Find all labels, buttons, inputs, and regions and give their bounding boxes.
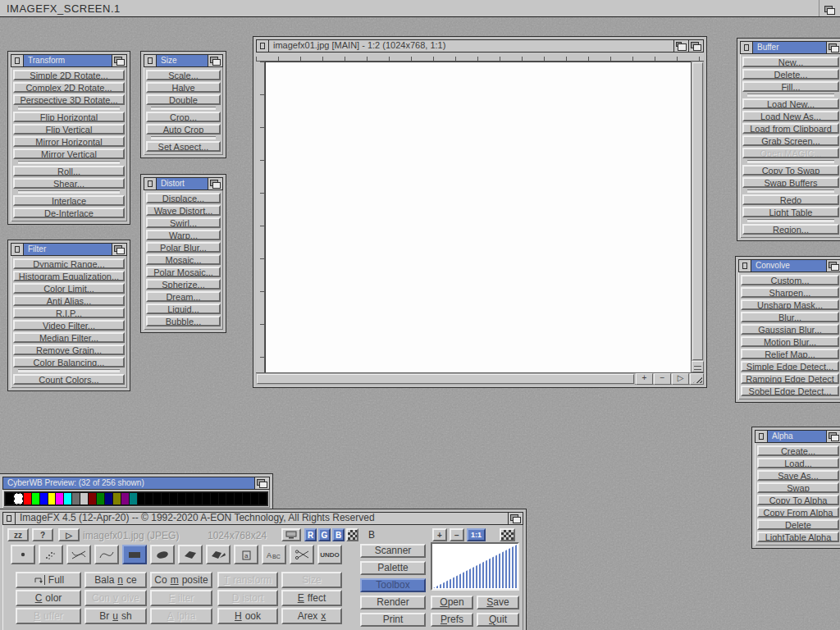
vertical-scroll-thumb[interactable] <box>692 62 703 360</box>
zoom-out-button[interactable]: − <box>450 528 464 541</box>
effect-button[interactable]: Effect <box>281 590 342 606</box>
screen-mode-button[interactable] <box>281 528 301 541</box>
panel-button[interactable]: Load New As... <box>742 111 839 121</box>
panel-button[interactable]: Polar Mosaic... <box>146 267 221 277</box>
zoom-in-button[interactable]: + <box>636 373 653 385</box>
zoom-one-to-one-button[interactable]: 1:1 <box>467 528 486 541</box>
panel-button[interactable]: Motion Blur... <box>741 336 839 347</box>
airbrush-tool[interactable] <box>39 545 63 564</box>
panel-button[interactable]: Swap <box>757 482 839 493</box>
palette-swatch[interactable] <box>56 493 63 504</box>
horizontal-scroll-thumb[interactable] <box>257 374 634 384</box>
panel-button[interactable]: Color Limit... <box>13 283 125 294</box>
zoom-gadget-icon[interactable] <box>673 40 688 52</box>
palette-swatch[interactable] <box>243 493 250 504</box>
panel-button[interactable]: Sobel Edge Detect... <box>741 386 839 396</box>
panel-button[interactable]: Halve <box>146 82 221 93</box>
palette-swatch[interactable] <box>130 493 137 504</box>
depth-icon[interactable] <box>112 55 126 66</box>
palette-swatch[interactable] <box>219 493 226 504</box>
panel-button[interactable]: Median Filter... <box>13 332 125 343</box>
panel-button[interactable]: Copy From Alpha <box>757 507 839 518</box>
depth-icon[interactable] <box>826 42 840 53</box>
panel-button[interactable]: Redo <box>742 194 839 205</box>
curve-tool[interactable] <box>94 545 119 564</box>
panel-button[interactable]: Grab Screen... <box>742 135 839 146</box>
palette-swatch[interactable] <box>40 493 48 504</box>
alpha-dither-toggle[interactable] <box>346 528 358 541</box>
panel-button[interactable]: Custom... <box>741 275 839 285</box>
pan-button[interactable]: ▷ <box>672 373 689 385</box>
depth-icon[interactable] <box>826 431 840 442</box>
depth-icon[interactable] <box>826 260 840 272</box>
palette-swatch[interactable] <box>235 493 242 504</box>
panel-button[interactable]: Liquid... <box>146 304 221 314</box>
palette-swatch[interactable] <box>226 493 234 504</box>
panel-button[interactable]: Unsharp Mask... <box>741 299 839 310</box>
panel-button[interactable]: Polar Blur... <box>146 242 221 253</box>
help-button[interactable]: ? <box>32 528 53 541</box>
panel-button[interactable]: Gaussian Blur... <box>741 324 839 335</box>
panel-button[interactable]: Dream... <box>146 291 221 302</box>
panel-button[interactable]: Flip Vertical <box>13 124 125 135</box>
palette-swatch[interactable] <box>251 493 258 504</box>
panel-button[interactable]: Create... <box>757 445 839 456</box>
panel-button[interactable]: Mosaic... <box>146 254 221 265</box>
dither-preview-button[interactable] <box>500 528 515 541</box>
close-icon[interactable] <box>11 55 24 66</box>
panel-button[interactable]: Perspective 3D Rotate... <box>13 94 125 105</box>
close-icon[interactable] <box>11 244 24 255</box>
panel-button[interactable]: Simple Edge Detect... <box>741 361 839 372</box>
sleep-button[interactable]: zz <box>7 528 29 541</box>
panel-button[interactable]: Spherize... <box>146 279 221 290</box>
panel-button[interactable]: Warp... <box>146 230 221 240</box>
palette-swatch[interactable] <box>6 493 13 504</box>
palette-swatch[interactable] <box>203 493 210 504</box>
red-channel-toggle[interactable]: R <box>304 528 317 541</box>
arexx-button[interactable]: Arexx <box>281 608 342 624</box>
panel-button[interactable]: Delete... <box>742 69 839 80</box>
point-tool[interactable] <box>11 545 35 564</box>
panel-button[interactable]: R.I.P... <box>13 308 125 318</box>
fill-tool[interactable]: a <box>234 545 258 564</box>
box-tool[interactable] <box>122 545 147 564</box>
panel-button[interactable]: Dynamic Range... <box>13 258 125 269</box>
panel-button[interactable]: Scale... <box>146 70 221 80</box>
hook-button[interactable]: Hook <box>217 608 278 624</box>
brush-button[interactable]: Brush <box>84 608 147 624</box>
palette-swatch[interactable] <box>121 493 129 504</box>
depth-icon[interactable] <box>208 55 222 66</box>
panel-button[interactable]: New... <box>742 57 839 67</box>
panel-button[interactable]: Swirl... <box>146 217 221 228</box>
panel-button[interactable]: Displace... <box>146 193 221 203</box>
panel-button[interactable]: Roll... <box>13 166 125 176</box>
panel-button[interactable]: Mirror Vertical <box>13 148 125 159</box>
panel-button[interactable]: Histogram Equalization... <box>13 271 125 281</box>
palette-swatch[interactable] <box>259 493 267 504</box>
close-icon[interactable] <box>257 40 269 52</box>
close-icon[interactable] <box>3 513 16 524</box>
prefs-button[interactable]: Prefs <box>431 613 473 627</box>
panel-button[interactable]: Relief Map... <box>741 349 839 359</box>
panel-button[interactable]: Light Table <box>742 207 839 217</box>
palette-swatch[interactable] <box>113 493 121 504</box>
quit-button[interactable]: Quit <box>477 613 519 627</box>
print-button[interactable]: Print <box>360 613 426 627</box>
panel-button[interactable]: Mirror Horizontal <box>13 136 125 147</box>
panel-button[interactable]: Complex 2D Rotate... <box>13 82 125 93</box>
undo-button[interactable]: UNDO <box>317 545 342 564</box>
palette-swatch[interactable] <box>89 493 96 504</box>
vertical-scrollbar[interactable] <box>692 62 704 361</box>
image-canvas[interactable] <box>265 62 691 372</box>
full-cycle-button[interactable]: Full <box>16 572 81 588</box>
panel-button[interactable]: Flip Horizontal <box>13 112 125 122</box>
palette-swatch[interactable] <box>153 493 161 504</box>
depth-icon[interactable] <box>508 513 523 524</box>
panel-button[interactable]: Swap Buffers <box>742 177 839 188</box>
scissors-tool[interactable] <box>290 545 314 564</box>
panel-button[interactable]: Double <box>146 94 221 105</box>
close-icon[interactable] <box>144 55 157 66</box>
panel-button[interactable]: Auto Crop <box>146 124 221 135</box>
palette-swatch[interactable] <box>32 493 39 504</box>
panel-button[interactable]: Set Aspect... <box>146 141 221 152</box>
